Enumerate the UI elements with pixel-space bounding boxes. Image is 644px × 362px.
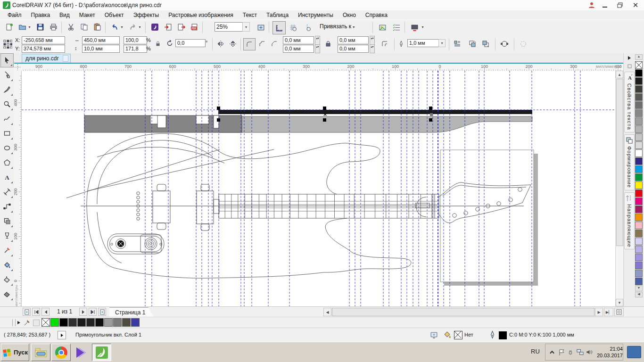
palette-option-box[interactable] [33,320,40,326]
document-tab[interactable]: для рино.cdr [22,54,71,63]
bridge-block[interactable] [214,199,219,214]
palette-color-swatch-26[interactable] [635,270,643,277]
document-tab-thumbnail[interactable] [63,55,68,62]
menu-item-1[interactable]: Правка [26,11,55,19]
mirror-horizontal-button[interactable] [215,38,226,49]
tray-flag-icon[interactable] [557,345,566,359]
docpalette-color-swatch-2[interactable] [59,318,68,327]
docker-tab-1[interactable]: Формирование [624,134,635,190]
toolbar-copy-button[interactable] [78,21,90,33]
fill-icon[interactable] [443,331,451,339]
hscroll-left-button[interactable]: ◀ [323,308,331,316]
restore-button[interactable] [613,0,627,10]
docpalette-color-swatch-5[interactable] [86,318,95,327]
transparency-tool[interactable] [0,229,14,243]
dropdown-caret[interactable]: ▾ [138,25,142,29]
close-button[interactable]: ✕ [628,0,643,10]
minimize-button[interactable] [598,0,612,10]
color-proof-icon[interactable] [430,331,438,339]
interactive-fill-tool[interactable] [0,287,14,301]
docpalette-color-swatch-6[interactable] [95,318,104,327]
close-shape-button[interactable] [518,38,529,49]
fill-none-swatch[interactable] [454,331,462,339]
show-rulers-button[interactable] [272,21,286,34]
pickup-2[interactable] [197,184,214,230]
rectangle-tool[interactable] [0,126,14,140]
ruler-origin-button[interactable] [14,64,21,71]
palette-color-swatch-21[interactable] [635,230,643,237]
smart-fill-tool[interactable] [0,258,14,272]
object-height-field[interactable]: 10,0 мм [82,45,120,53]
y-position-field[interactable]: 374,578 мм [22,45,65,53]
menu-item-6[interactable]: Растровые изображения [164,11,238,19]
round-corner-button[interactable] [243,38,256,50]
palette-no-color-swatch[interactable] [635,61,643,69]
docker-collapse-button[interactable] [624,54,635,62]
palette-color-swatch-20[interactable] [635,222,643,229]
corner-radius-4-field[interactable]: 0,0 мм [338,45,369,53]
menu-item-11[interactable]: Справка [361,11,392,19]
docpalette-color-swatch-7[interactable] [104,318,113,327]
docpalette-color-swatch-3[interactable] [68,318,77,327]
pick-tool[interactable] [0,53,14,67]
x-position-field[interactable]: -250,658 мм [22,36,65,44]
docpalette-color-swatch-10[interactable] [131,318,140,327]
toolbar-import-button[interactable] [162,21,174,33]
outline-color-swatch[interactable] [499,331,507,339]
vertical-scrollbar[interactable]: ▲ ▼ [615,71,624,306]
dropdown-caret[interactable]: ▾ [421,25,425,29]
palette-color-swatch-18[interactable] [635,206,643,213]
toolbar-export-button[interactable] [175,21,187,33]
palette-color-swatch-9[interactable] [635,133,643,141]
palette-color-swatch-10[interactable] [635,141,643,149]
wrap-text-button[interactable] [452,38,463,49]
drawing-canvas[interactable]: × [21,71,616,306]
add-page-button[interactable] [23,308,31,316]
text-tool[interactable]: A [0,170,14,184]
to-back-button[interactable] [480,38,491,49]
palette-color-swatch-16[interactable] [635,189,643,197]
horizontal-scroll-thumb[interactable] [332,308,594,316]
coords-flyout-button[interactable] [58,331,66,339]
relative-corners-button[interactable] [379,38,390,49]
polygon-tool[interactable] [0,156,14,170]
convert-to-curves-button[interactable] [499,38,510,49]
dropdown-caret[interactable]: ▾ [120,25,124,29]
palette-color-swatch-11[interactable] [635,149,643,157]
menu-item-2[interactable]: Вид [55,11,74,19]
palette-color-swatch-13[interactable] [635,165,643,173]
tray-power-icon[interactable] [566,345,576,359]
palette-color-swatch-3[interactable] [635,85,643,93]
menu-item-10[interactable]: Окно [338,11,361,19]
control-plate[interactable] [107,234,164,254]
previous-page-button[interactable] [41,308,50,316]
pickup-1[interactable] [153,184,170,230]
application-launcher-button[interactable] [390,21,403,33]
taskbar-mediaplayer-button[interactable] [72,344,91,361]
freehand-tool[interactable] [0,112,14,126]
docpalette-color-swatch-9[interactable] [122,318,131,327]
palette-scroll-down-button[interactable]: ▼ [635,286,643,291]
scalloped-corner-button[interactable] [256,38,268,49]
to-front-button[interactable] [467,38,478,49]
taskbar-coreldraw-button[interactable] [92,344,111,361]
tray-volume-icon[interactable] [585,345,594,359]
docpalette-no-color-swatch[interactable] [41,318,50,327]
palette-color-swatch-7[interactable] [635,117,643,125]
eyedropper-tool[interactable] [0,243,14,257]
outline-width-arrow[interactable]: ▾ [438,39,446,47]
shape-tool[interactable] [0,68,14,82]
docker-pin-button[interactable] [624,62,635,70]
outline-width-combo[interactable]: 1,0 мм [407,39,439,47]
palette-color-swatch-15[interactable] [635,181,643,189]
palette-flyout-arrow[interactable] [17,321,21,325]
show-grid-button[interactable] [287,21,299,33]
menu-item-3[interactable]: Макет [74,11,100,19]
menu-item-8[interactable]: Таблица [262,11,293,19]
docpalette-color-swatch-1[interactable] [50,318,59,327]
add-page-after-button[interactable] [98,308,106,316]
hscroll-page-button[interactable]: ▶▏ [604,308,613,316]
ellipse-tool[interactable] [0,141,14,155]
next-page-button[interactable] [79,308,87,316]
toolbar-undo-button[interactable] [108,21,121,33]
